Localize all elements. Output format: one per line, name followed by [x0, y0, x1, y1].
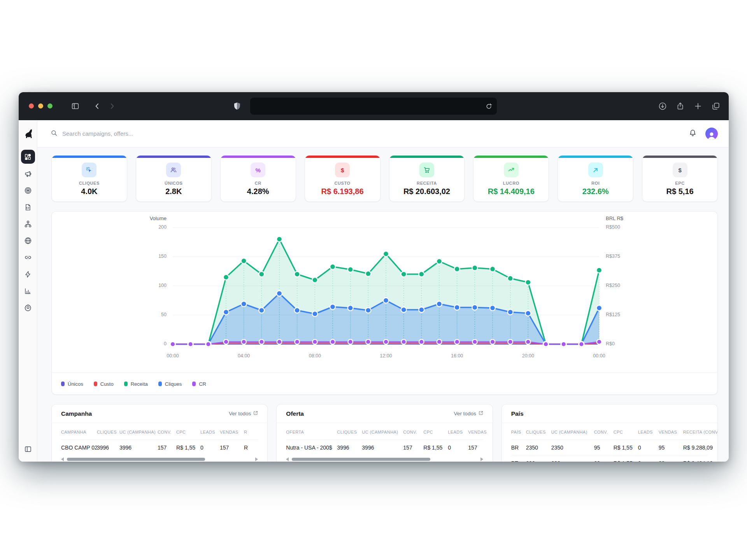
- tab-overview-icon[interactable]: [712, 102, 720, 110]
- legend-item-cr[interactable]: CR: [192, 381, 206, 387]
- sidebar-toggle-icon[interactable]: [71, 102, 79, 110]
- sidebar-item-targets[interactable]: [21, 186, 35, 197]
- column-header: RECEITA (CONV.): [683, 430, 718, 434]
- table-cell: 20: [659, 460, 683, 462]
- kpi-card-custo: $CUSTOR$ 6.193,86: [305, 155, 381, 202]
- column-header: UC (CAMPANHA): [362, 430, 403, 434]
- kpi-accent-bar: [389, 156, 465, 158]
- table-cell: 20: [594, 460, 614, 462]
- kpi-card-epc: $EPCR$ 5,16: [642, 155, 718, 202]
- scroll-left-icon[interactable]: [286, 457, 289, 461]
- kpi-label: CLIQUES: [52, 181, 127, 186]
- app-topbar: [37, 120, 729, 147]
- x-axis-tick: 00:00: [587, 353, 611, 359]
- legend-item-cliques[interactable]: Cliques: [158, 381, 182, 387]
- external-link-icon: [479, 411, 483, 416]
- arrow-up-right-icon: [588, 163, 603, 177]
- forward-icon[interactable]: [108, 102, 116, 110]
- sidebar-item-automations[interactable]: [21, 269, 35, 281]
- kpi-card-cr: %CR4.28%: [220, 155, 296, 202]
- column-header: CLIQUES: [97, 430, 119, 434]
- horizontal-scrollbar[interactable]: [61, 456, 258, 462]
- collapse-sidebar-icon[interactable]: [24, 445, 32, 455]
- table-cell: R$ 9.288,09: [683, 444, 718, 451]
- summary-tables-row: CampanhaVer todosCAMPANHACLIQUESUC (CAMP…: [51, 404, 718, 462]
- right-axis-tick: R$250: [606, 283, 620, 288]
- chart-legend: ÚnicosCustoReceitaCliquesCR: [61, 378, 206, 390]
- table-title: Oferta: [286, 410, 304, 417]
- sidebar-item-reports[interactable]: [21, 286, 35, 298]
- sidebar-item-dashboard[interactable]: [21, 150, 35, 164]
- table-header-row: OFERTACLIQUESUC (CAMPANHA)CONV.CPCLEADSV…: [286, 425, 483, 439]
- shield-icon[interactable]: [233, 102, 241, 110]
- scrollbar-track[interactable]: [291, 458, 478, 461]
- search-bar[interactable]: [51, 130, 689, 138]
- close-window-button[interactable]: [29, 103, 34, 108]
- kpi-value: 2.8K: [136, 187, 211, 196]
- search-input[interactable]: [62, 130, 226, 137]
- sidebar-item-domains[interactable]: [21, 236, 35, 247]
- dog-logo-icon: [23, 127, 33, 143]
- kpi-value: 4.28%: [221, 187, 296, 196]
- ver-todos-link[interactable]: Ver todos: [229, 411, 258, 416]
- kpi-value: R$ 20.603,02: [389, 187, 465, 196]
- sidebar-item-settings[interactable]: [21, 303, 35, 314]
- table-row[interactable]: CBO CAMP 0239963996157R$ 1,550157R: [61, 439, 258, 455]
- bar-chart-icon: [24, 287, 32, 296]
- share-icon[interactable]: [676, 102, 684, 110]
- table-cell: R: [244, 444, 260, 451]
- address-bar[interactable]: [250, 98, 497, 115]
- column-header: OFERTA: [286, 430, 337, 434]
- scrollbar-thumb[interactable]: [67, 458, 205, 461]
- sidebar-item-flows[interactable]: [21, 219, 35, 231]
- column-header: LEADS: [448, 430, 468, 434]
- reload-icon[interactable]: [486, 103, 492, 110]
- kpi-label: ÚNICOS: [136, 181, 211, 186]
- legend-label: Receita: [131, 381, 148, 387]
- sidebar-item-landers[interactable]: [21, 202, 35, 214]
- table-cell: 0: [638, 460, 659, 462]
- horizontal-scrollbar[interactable]: [286, 456, 483, 462]
- legend-item-receita[interactable]: Receita: [124, 381, 148, 387]
- column-header: CPC: [423, 430, 448, 434]
- new-tab-icon[interactable]: [694, 102, 702, 110]
- back-icon[interactable]: [93, 102, 101, 110]
- browser-toolbar: [19, 92, 729, 120]
- table-header-row: CAMPANHACLIQUESUC (CAMPANHA)CONV.CPCLEAD…: [61, 425, 258, 439]
- legend-swatch: [94, 382, 97, 386]
- legend-item-custo[interactable]: Custo: [94, 381, 114, 387]
- kpi-accent-bar: [136, 156, 211, 158]
- ver-todos-link[interactable]: Ver todos: [454, 411, 483, 416]
- table-cell: 636: [526, 460, 551, 462]
- table-cell: 95: [659, 444, 683, 451]
- table-cell: PT: [511, 460, 526, 462]
- scroll-left-icon[interactable]: [61, 457, 64, 461]
- table-row[interactable]: Nutra - USA - 200$39963996157R$ 1,550157: [286, 439, 483, 455]
- sidebar-item-campaigns[interactable]: [21, 169, 35, 180]
- column-header: LEADS: [200, 430, 220, 434]
- scrollbar-track[interactable]: [66, 458, 253, 461]
- traffic-lights: [29, 103, 53, 108]
- legend-item-únicos[interactable]: Únicos: [61, 381, 83, 387]
- table-row[interactable]: BR2350235095R$ 1,55095R$ 9.288,09: [511, 439, 708, 455]
- time-series-chart: [173, 228, 599, 344]
- table-cell: 157: [158, 444, 176, 451]
- sidebar-item-links[interactable]: [21, 252, 35, 264]
- zoom-window-button[interactable]: [47, 103, 53, 108]
- scrollbar-thumb[interactable]: [292, 458, 430, 461]
- table-cell: 157: [220, 444, 244, 451]
- minimize-window-button[interactable]: [38, 103, 43, 108]
- notifications-bell-icon[interactable]: [689, 129, 697, 139]
- left-axis-tick: 100: [142, 283, 167, 288]
- user-avatar[interactable]: [705, 128, 718, 140]
- scroll-right-icon[interactable]: [480, 457, 483, 461]
- table-title: Campanha: [61, 410, 92, 417]
- column-header: UC (CAMPANHA): [119, 430, 158, 434]
- sitemap-icon: [24, 220, 32, 229]
- column-header: LEADS: [638, 430, 659, 434]
- column-header: VENDAS: [659, 430, 683, 434]
- downloads-icon[interactable]: [658, 102, 667, 110]
- scroll-right-icon[interactable]: [255, 457, 258, 461]
- table-row[interactable]: PT63663620R$ 1,55020R$ 3.484,10: [511, 455, 708, 462]
- column-header: PAÍS: [511, 430, 526, 434]
